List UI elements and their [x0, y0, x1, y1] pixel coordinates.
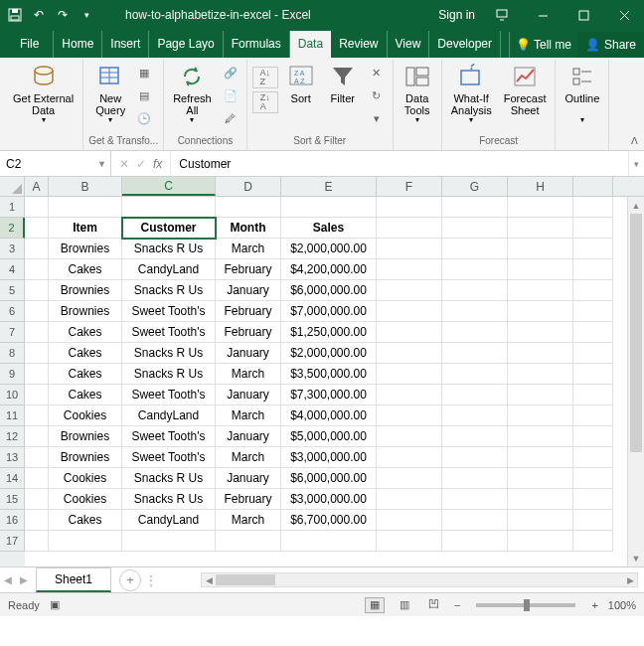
- tell-me[interactable]: 💡Tell me: [509, 32, 577, 58]
- cell-H9[interactable]: [508, 364, 573, 385]
- cell-D4[interactable]: February: [216, 259, 281, 280]
- cell-F2[interactable]: [377, 218, 442, 239]
- cell-B1[interactable]: [49, 197, 122, 218]
- cell-F10[interactable]: [377, 385, 442, 405]
- cell-E15[interactable]: $3,000,000.00: [281, 489, 377, 510]
- cell-G2[interactable]: [442, 218, 508, 239]
- row-header-9[interactable]: 9: [0, 364, 25, 385]
- cell-F12[interactable]: [377, 426, 442, 447]
- row-header-10[interactable]: 10: [0, 385, 25, 405]
- accept-formula-icon[interactable]: ✓: [136, 157, 146, 171]
- cell-B7[interactable]: Cakes: [49, 322, 122, 343]
- expand-formula-icon[interactable]: ▾: [628, 151, 644, 176]
- cell-A16[interactable]: [25, 510, 49, 531]
- scroll-down-icon[interactable]: ▼: [628, 550, 644, 566]
- cell-H13[interactable]: [508, 447, 573, 468]
- cell-B4[interactable]: Cakes: [49, 259, 122, 280]
- cell-H16[interactable]: [508, 510, 573, 531]
- cell-G8[interactable]: [442, 343, 508, 364]
- cell-G16[interactable]: [442, 510, 508, 531]
- connections-icon[interactable]: 🔗: [220, 63, 242, 82]
- cell-D1[interactable]: [216, 197, 281, 218]
- col-header-extra[interactable]: [573, 177, 613, 196]
- cell-3[interactable]: [573, 239, 613, 259]
- refresh-all-button[interactable]: Refresh All▾: [169, 61, 216, 125]
- row-header-1[interactable]: 1: [0, 197, 25, 218]
- cell-A3[interactable]: [25, 239, 49, 259]
- tab-review[interactable]: Review: [331, 31, 387, 58]
- col-header-D[interactable]: D: [216, 177, 281, 196]
- data-tools-button[interactable]: Data Tools▾: [399, 61, 436, 125]
- cell-A7[interactable]: [25, 322, 49, 343]
- row-header-14[interactable]: 14: [0, 468, 25, 489]
- cell-B6[interactable]: Brownies: [49, 301, 122, 322]
- normal-view-icon[interactable]: ▦: [365, 597, 385, 613]
- cell-F4[interactable]: [377, 259, 442, 280]
- cell-E16[interactable]: $6,700,000.00: [281, 510, 377, 531]
- cell-7[interactable]: [573, 322, 613, 343]
- cell-B11[interactable]: Cookies: [49, 405, 122, 426]
- next-sheet-icon[interactable]: ▶: [16, 574, 32, 585]
- cell-F17[interactable]: [377, 531, 442, 552]
- cell-E9[interactable]: $3,500,000.00: [281, 364, 377, 385]
- scroll-up-icon[interactable]: ▲: [628, 197, 644, 214]
- row-header-17[interactable]: 17: [0, 531, 25, 552]
- cell-G1[interactable]: [442, 197, 508, 218]
- cell-6[interactable]: [573, 301, 613, 322]
- cell-B3[interactable]: Brownies: [49, 239, 122, 259]
- tab-home[interactable]: Home: [54, 31, 102, 58]
- cell-14[interactable]: [573, 468, 613, 489]
- cell-C3[interactable]: Snacks R Us: [122, 239, 216, 259]
- cell-E5[interactable]: $6,000,000.00: [281, 280, 377, 301]
- cell-A4[interactable]: [25, 259, 49, 280]
- sort-asc-icon[interactable]: A↓Z: [252, 67, 278, 88]
- cell-C9[interactable]: Snacks R Us: [122, 364, 216, 385]
- cell-D5[interactable]: January: [216, 280, 281, 301]
- scroll-right-icon[interactable]: ▶: [623, 573, 637, 586]
- cell-A8[interactable]: [25, 343, 49, 364]
- horizontal-scrollbar[interactable]: ◀ ▶: [201, 572, 638, 587]
- cell-E11[interactable]: $4,000,000.00: [281, 405, 377, 426]
- tab-insert[interactable]: Insert: [102, 31, 149, 58]
- cell-C1[interactable]: [122, 197, 216, 218]
- cell-D12[interactable]: January: [216, 426, 281, 447]
- cell-G7[interactable]: [442, 322, 508, 343]
- zoom-slider[interactable]: [476, 603, 575, 607]
- cell-1[interactable]: [573, 197, 613, 218]
- zoom-in-icon[interactable]: +: [591, 599, 597, 611]
- cell-A15[interactable]: [25, 489, 49, 510]
- cell-C4[interactable]: CandyLand: [122, 259, 216, 280]
- cell-F13[interactable]: [377, 447, 442, 468]
- cell-E3[interactable]: $2,000,000.00: [281, 239, 377, 259]
- share-button[interactable]: 👤Share: [577, 32, 644, 58]
- close-icon[interactable]: [610, 5, 638, 25]
- cell-A6[interactable]: [25, 301, 49, 322]
- cell-H14[interactable]: [508, 468, 573, 489]
- cell-H15[interactable]: [508, 489, 573, 510]
- macro-record-icon[interactable]: ▣: [50, 598, 60, 611]
- cells[interactable]: ItemCustomerMonthSalesBrowniesSnacks R U…: [25, 197, 644, 566]
- cell-H7[interactable]: [508, 322, 573, 343]
- clear-filter-icon[interactable]: ✕: [366, 63, 388, 82]
- row-header-15[interactable]: 15: [0, 489, 25, 510]
- cell-E6[interactable]: $7,000,000.00: [281, 301, 377, 322]
- cell-G12[interactable]: [442, 426, 508, 447]
- cell-A9[interactable]: [25, 364, 49, 385]
- outline-button[interactable]: Outline▾: [561, 61, 603, 125]
- cell-H5[interactable]: [508, 280, 573, 301]
- save-icon[interactable]: [6, 6, 24, 24]
- cell-E2[interactable]: Sales: [281, 218, 377, 239]
- collapse-ribbon-icon[interactable]: ᐱ: [631, 135, 638, 146]
- cell-A10[interactable]: [25, 385, 49, 405]
- cell-E1[interactable]: [281, 197, 377, 218]
- cell-D3[interactable]: March: [216, 239, 281, 259]
- cell-D11[interactable]: March: [216, 405, 281, 426]
- cell-H4[interactable]: [508, 259, 573, 280]
- cell-C10[interactable]: Sweet Tooth's: [122, 385, 216, 405]
- row-header-12[interactable]: 12: [0, 426, 25, 447]
- row-header-4[interactable]: 4: [0, 259, 25, 280]
- tab-file[interactable]: File: [6, 31, 54, 58]
- cell-G3[interactable]: [442, 239, 508, 259]
- tab-page-layout[interactable]: Page Layo: [149, 31, 223, 58]
- row-header-16[interactable]: 16: [0, 510, 25, 531]
